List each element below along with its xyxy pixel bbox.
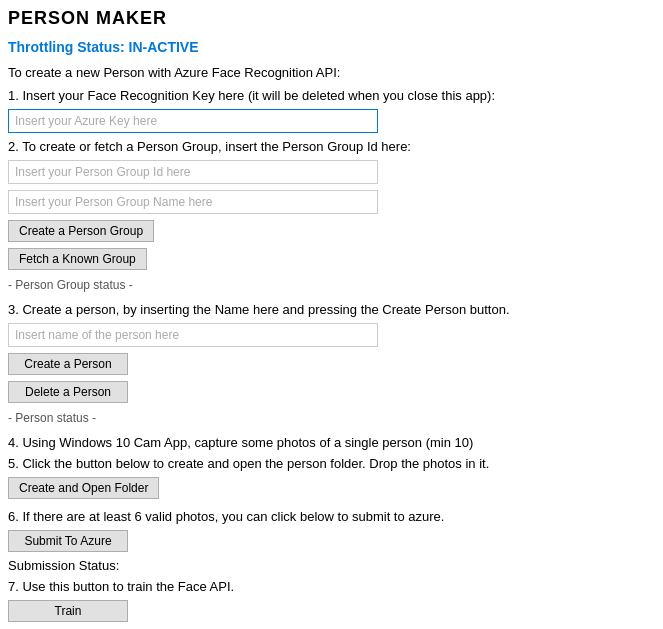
step1-label: 1. Insert your Face Recognition Key here… [8,88,655,103]
step2-label: 2. To create or fetch a Person Group, in… [8,139,655,154]
create-person-group-button[interactable]: Create a Person Group [8,220,154,242]
create-open-folder-button[interactable]: Create and Open Folder [8,477,159,499]
create-person-button[interactable]: Create a Person [8,353,128,375]
step7-section: 7. Use this button to train the Face API… [8,579,655,629]
throttle-status: Throttling Status: IN-ACTIVE [8,39,655,55]
train-button[interactable]: Train [8,600,128,622]
step6-label: 6. If there are at least 6 valid photos,… [8,509,655,524]
step1-section: 1. Insert your Face Recognition Key here… [8,88,655,133]
step1-description: To create a new Person with Azure Face R… [8,65,655,80]
step6-section: 6. If there are at least 6 valid photos,… [8,509,655,573]
delete-person-button[interactable]: Delete a Person [8,381,128,403]
step7-label: 7. Use this button to train the Face API… [8,579,655,594]
step6-submission-label: Submission Status: [8,558,655,573]
person-status: - Person status - [8,409,655,427]
person-group-name-input[interactable] [8,190,378,214]
step5-section: 5. Click the button below to create and … [8,456,655,505]
submit-to-azure-button[interactable]: Submit To Azure [8,530,128,552]
person-group-status: - Person Group status - [8,276,655,294]
step5-label: 5. Click the button below to create and … [8,456,655,471]
person-name-input[interactable] [8,323,378,347]
step4-label: 4. Using Windows 10 Cam App, capture som… [8,435,655,450]
step2-section: 2. To create or fetch a Person Group, in… [8,139,655,294]
step3-label: 3. Create a person, by inserting the Nam… [8,302,655,317]
person-group-id-input[interactable] [8,160,378,184]
app-title: PERSON MAKER [8,8,655,29]
fetch-known-group-button[interactable]: Fetch a Known Group [8,248,147,270]
step3-section: 3. Create a person, by inserting the Nam… [8,302,655,427]
azure-key-input[interactable] [8,109,378,133]
step4-section: 4. Using Windows 10 Cam App, capture som… [8,435,655,450]
